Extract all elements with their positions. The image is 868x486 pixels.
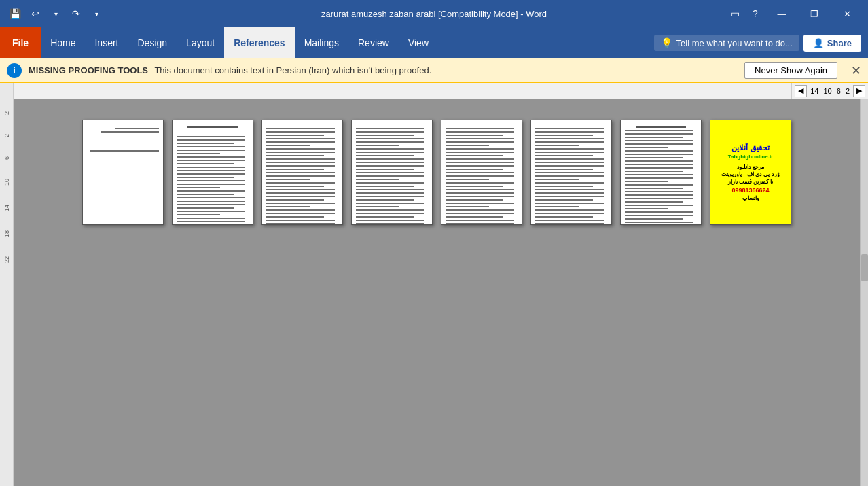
- ruler-num-1: 2: [3, 111, 10, 115]
- scroll-thumb[interactable]: [861, 254, 868, 281]
- ruler-num-7: 22: [3, 256, 10, 263]
- vertical-ruler: 2 2 6 10 14 18 22: [0, 99, 14, 486]
- tab-layout[interactable]: Layout: [177, 27, 224, 58]
- ruler-num-3: 6: [3, 156, 10, 160]
- ruler-num-6: 18: [3, 230, 10, 237]
- ad-line2: وُرد-پی دی اف - پاورپوینت: [721, 171, 779, 178]
- tell-me-text: Tell me what you want to do...: [676, 38, 793, 48]
- notification-text: MISSING PROOFING TOOLS This document con…: [29, 65, 738, 75]
- redo-icon[interactable]: ↷: [67, 4, 86, 23]
- page-6-content: [531, 120, 611, 225]
- tab-home[interactable]: Home: [41, 27, 85, 58]
- ad-title: تحقیق آنلاین: [731, 143, 769, 153]
- horizontal-ruler: [14, 83, 868, 99]
- page-1[interactable]: [82, 120, 164, 225]
- ruler-num-5: 14: [3, 205, 10, 211]
- quick-access-toolbar: 💾 ↩ ▾ ↷ ▾: [5, 4, 106, 23]
- ruler-num-4: 10: [3, 179, 10, 186]
- page-5[interactable]: [441, 120, 522, 225]
- notification-title: MISSING PROOFING TOOLS: [29, 65, 148, 75]
- ad-line3: با کمترین قیمت بازار: [728, 178, 774, 186]
- page-4-content: [352, 120, 432, 225]
- share-person-icon: 👤: [813, 38, 824, 48]
- tab-file[interactable]: File: [0, 27, 41, 58]
- page-2-content: [173, 120, 253, 225]
- zoom-prev-button[interactable]: ◀: [795, 85, 807, 97]
- ad-line1: مرجع دانلـود: [737, 163, 764, 171]
- window-title: zarurat amuzesh zaban arabi [Compatibili…: [321, 9, 547, 19]
- page-4[interactable]: [351, 120, 433, 225]
- lightbulb-icon: 💡: [661, 37, 672, 48]
- page-6[interactable]: [530, 120, 612, 225]
- save-icon[interactable]: 💾: [5, 4, 24, 23]
- zoom-value-3: 6: [835, 87, 842, 95]
- pages-row: تحقیق آنلاین Tahghighonline.ir مرجع دانل…: [69, 113, 805, 232]
- tab-view[interactable]: View: [399, 27, 438, 58]
- tab-references[interactable]: References: [224, 27, 295, 58]
- notification-message: This document contains text in Persian (…: [154, 65, 431, 75]
- tab-insert[interactable]: Insert: [85, 27, 128, 58]
- ribbon: File Home Insert Design Layout Reference…: [0, 27, 868, 58]
- tab-mailings[interactable]: Mailings: [295, 27, 348, 58]
- page-8-ad[interactable]: تحقیق آنلاین Tahghighonline.ir مرجع دانل…: [710, 120, 791, 225]
- page-3-content: [262, 120, 342, 225]
- window-controls: ▭ ? — ❐ ✕: [725, 3, 863, 24]
- main-area: 2 2 6 10 14 18 22: [0, 99, 868, 486]
- zoom-next-button[interactable]: ▶: [853, 85, 865, 97]
- page-7-content: [621, 120, 701, 225]
- notification-close-button[interactable]: ✕: [851, 63, 861, 78]
- page-7[interactable]: [620, 120, 702, 225]
- close-button[interactable]: ✕: [831, 3, 863, 24]
- ruler-container: ◀ 14 10 6 2 ▶: [0, 83, 868, 99]
- zoom-value-1: 14: [809, 87, 820, 95]
- ruler-num-2: 2: [3, 134, 10, 137]
- ribbon-right: 💡 Tell me what you want to do... 👤 Share: [654, 27, 868, 58]
- title-bar: 💾 ↩ ▾ ↷ ▾ zarurat amuzesh zaban arabi [C…: [0, 0, 868, 27]
- tell-me-box[interactable]: 💡 Tell me what you want to do...: [654, 35, 799, 51]
- ad-content: تحقیق آنلاین Tahghighonline.ir مرجع دانل…: [710, 120, 791, 224]
- tab-review[interactable]: Review: [348, 27, 399, 58]
- share-label: Share: [827, 38, 852, 48]
- ribbon-display-icon[interactable]: ▭: [725, 4, 744, 23]
- share-button[interactable]: 👤 Share: [803, 35, 861, 52]
- customize-icon[interactable]: ▾: [87, 4, 106, 23]
- zoom-value-2: 10: [822, 87, 833, 95]
- document-canvas[interactable]: تحقیق آنلاین Tahghighonline.ir مرجع دانل…: [14, 99, 860, 486]
- title-bar-left: 💾 ↩ ▾ ↷ ▾: [5, 4, 106, 23]
- help-icon[interactable]: ?: [746, 4, 765, 23]
- page-2[interactable]: [172, 120, 253, 225]
- ad-wa: واتساپ: [742, 194, 759, 202]
- ruler-corner: [0, 83, 14, 99]
- restore-button[interactable]: ❐: [799, 3, 830, 24]
- vertical-scrollbar[interactable]: [860, 99, 868, 486]
- ad-phone: 09981366624: [731, 186, 769, 195]
- never-show-button[interactable]: Never Show Again: [744, 62, 837, 79]
- undo-icon[interactable]: ↩: [26, 4, 45, 23]
- page-5-content: [441, 120, 522, 225]
- info-icon: i: [7, 63, 22, 78]
- minimize-button[interactable]: —: [766, 3, 797, 24]
- tab-design[interactable]: Design: [128, 27, 177, 58]
- undo-dropdown-icon[interactable]: ▾: [46, 4, 65, 23]
- page-3[interactable]: [261, 120, 343, 225]
- zoom-bar: ◀ 14 10 6 2 ▶: [791, 83, 868, 99]
- zoom-value-4: 2: [844, 87, 851, 95]
- page-1-content: [83, 120, 163, 159]
- ad-url: Tahghighonline.ir: [728, 153, 774, 160]
- notification-bar: i MISSING PROOFING TOOLS This document c…: [0, 58, 868, 83]
